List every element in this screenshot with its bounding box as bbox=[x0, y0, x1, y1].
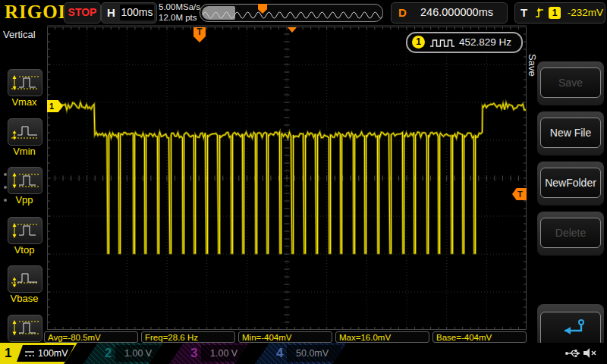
measurement-base: Base=-404mV bbox=[432, 331, 527, 343]
measurement-avg: Avg=-80.5mV bbox=[44, 331, 138, 343]
menu-tab-label: Save bbox=[527, 54, 538, 77]
vbase-icon bbox=[10, 269, 40, 289]
trigger-panel[interactable]: T 1 -232mV bbox=[514, 2, 605, 24]
back-button[interactable] bbox=[540, 312, 601, 347]
square-wave-icon bbox=[429, 38, 456, 48]
vbase-button[interactable] bbox=[8, 265, 42, 293]
channel-1-tab[interactable]: 1 100mV bbox=[0, 343, 79, 364]
channel-4-scale: 50.0mV bbox=[296, 345, 329, 362]
channel-2-number: 2 bbox=[105, 343, 112, 364]
channel-status-bar: 1 100mV 2 1.00 V 3 1.00 V 4 50.0mV bbox=[0, 343, 607, 364]
trigger-source-badge: 1 bbox=[549, 7, 561, 19]
channel-1-number: 1 bbox=[5, 343, 11, 364]
vtop-button[interactable] bbox=[8, 217, 42, 244]
speaker-muted-icon bbox=[583, 347, 598, 359]
vmin-button[interactable] bbox=[8, 118, 42, 146]
timebase-box: 100ms bbox=[120, 5, 154, 20]
usb-icon bbox=[565, 348, 581, 359]
trigger-level-value: -232mV bbox=[564, 3, 603, 22]
ch1-trace bbox=[47, 27, 527, 330]
memory-position-indicator[interactable] bbox=[200, 4, 383, 22]
measurement-max: Max=16.0mV bbox=[335, 331, 429, 343]
save-menu: Save Save New File NewFolder Delete bbox=[527, 25, 607, 343]
vpp-label: Vpp bbox=[5, 194, 44, 206]
timebase-value: 100ms bbox=[120, 5, 154, 20]
page-dot bbox=[4, 173, 7, 176]
vmax-icon bbox=[10, 73, 40, 93]
new-folder-button[interactable]: NewFolder bbox=[540, 168, 601, 198]
channel-4-inset: 50.0mV bbox=[287, 345, 341, 362]
rigol-logo: RIGOL bbox=[5, 2, 71, 23]
vmax-button[interactable] bbox=[8, 69, 42, 96]
memory-depth: 12.0M pts bbox=[159, 13, 200, 24]
waveform-display: T 1 T 1 452.829 Hz bbox=[47, 27, 527, 330]
vertical-measure-menu: Vertical Vmax Vmin Vpp bbox=[0, 25, 47, 343]
counter-value: 452.829 Hz bbox=[459, 33, 511, 51]
menu-title: Vertical bbox=[3, 29, 36, 40]
channel-3-inset: 1.00 V bbox=[201, 345, 245, 362]
run-stop-status[interactable]: STOP bbox=[64, 2, 101, 24]
delete-button[interactable]: Delete bbox=[540, 218, 601, 248]
new-file-button[interactable]: New File bbox=[540, 118, 601, 148]
save-button[interactable]: Save bbox=[540, 67, 601, 98]
measurement-min: Min=-404mV bbox=[238, 331, 332, 343]
channel-3-number: 3 bbox=[190, 343, 197, 364]
vmax-label: Vmax bbox=[5, 96, 44, 108]
page-dot bbox=[4, 199, 7, 202]
counter-source-badge: 1 bbox=[412, 36, 425, 49]
page-dot bbox=[4, 186, 7, 189]
channel-2-scale: 1.00 V bbox=[124, 345, 152, 362]
delay-label: D bbox=[398, 6, 407, 19]
channel-3-scale: 1.00 V bbox=[210, 345, 237, 362]
vbase-label: Vbase bbox=[5, 293, 44, 304]
horizontal-label: H bbox=[107, 6, 115, 19]
channel-4-tab[interactable]: 4 50.0mV bbox=[255, 343, 348, 364]
channel-1-scale: 100mV bbox=[38, 345, 68, 362]
vamp-button[interactable] bbox=[8, 315, 42, 342]
memory-waveform-icon bbox=[200, 5, 382, 21]
vpp-icon bbox=[10, 171, 40, 190]
dc-coupling-icon bbox=[24, 350, 35, 358]
rising-edge-icon bbox=[533, 6, 546, 20]
channel-4-number: 4 bbox=[276, 343, 283, 364]
channel-2-tab[interactable]: 2 1.00 V bbox=[83, 343, 164, 364]
vtop-icon bbox=[10, 221, 40, 240]
channel-3-tab[interactable]: 3 1.00 V bbox=[169, 343, 250, 364]
sample-rate: 5.00MSa/s bbox=[159, 2, 200, 13]
acquisition-info: 5.00MSa/s 12.0M pts bbox=[159, 2, 200, 23]
vpp-button[interactable] bbox=[8, 167, 42, 194]
vmin-label: Vmin bbox=[5, 146, 44, 157]
top-status-bar: RIGOL STOP H 100ms 5.00MSa/s 12.0M pts D… bbox=[0, 0, 607, 26]
measurement-freq: Freq=28.6 Hz bbox=[141, 331, 235, 343]
trigger-label: T bbox=[521, 6, 527, 19]
vamp-icon bbox=[10, 318, 40, 338]
delay-value: 246.000000ms bbox=[411, 3, 502, 22]
channel-1-inset: 100mV bbox=[17, 345, 74, 362]
delay-panel[interactable]: D 246.000000ms bbox=[391, 2, 508, 24]
return-arrow-icon bbox=[554, 316, 587, 339]
horizontal-panel[interactable]: H 100ms bbox=[101, 2, 157, 24]
channel-2-inset: 1.00 V bbox=[115, 345, 159, 362]
vtop-label: Vtop bbox=[5, 244, 44, 256]
vmin-icon bbox=[10, 122, 40, 142]
frequency-counter-badge: 1 452.829 Hz bbox=[406, 32, 523, 53]
